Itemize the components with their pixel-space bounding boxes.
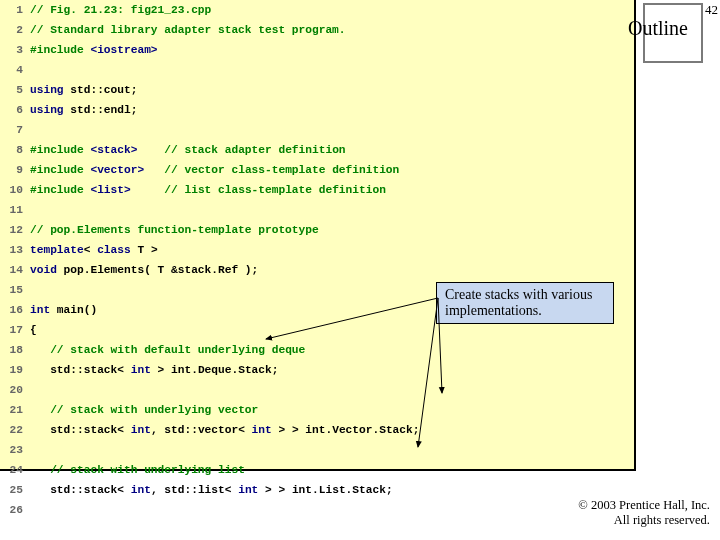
code-line: 26 <box>0 500 420 520</box>
code-text: using std::endl; <box>29 100 420 120</box>
page-number: 42 <box>705 2 718 18</box>
line-number: 9 <box>0 160 29 180</box>
code-line: 23 <box>0 440 420 460</box>
code-text <box>29 60 420 80</box>
code-text: void pop.Elements( T &stack.Ref ); <box>29 260 420 280</box>
code-line: 6using std::endl; <box>0 100 420 120</box>
code-text: template< class T > <box>29 240 420 260</box>
code-text <box>29 440 420 460</box>
code-line: 9#include <vector> // vector class-templ… <box>0 160 420 180</box>
code-text: #include <iostream> <box>29 40 420 60</box>
line-number: 21 <box>0 400 29 420</box>
line-number: 24 <box>0 460 29 480</box>
code-line: 4 <box>0 60 420 80</box>
code-line: 25 std::stack< int, std::list< int > > i… <box>0 480 420 500</box>
code-text: #include <vector> // vector class-templa… <box>29 160 420 180</box>
code-line: 11 <box>0 200 420 220</box>
line-number: 10 <box>0 180 29 200</box>
code-text: std::stack< int, std::vector< int > > in… <box>29 420 420 440</box>
line-number: 7 <box>0 120 29 140</box>
code-line: 24 // stack with underlying list <box>0 460 420 480</box>
code-text: { <box>29 320 420 340</box>
code-line: 10#include <list> // list class-template… <box>0 180 420 200</box>
code-text: // stack with underlying list <box>29 460 420 480</box>
code-line: 14void pop.Elements( T &stack.Ref ); <box>0 260 420 280</box>
code-line: 2// Standard library adapter stack test … <box>0 20 420 40</box>
code-text: // stack with underlying vector <box>29 400 420 420</box>
line-number: 14 <box>0 260 29 280</box>
line-number: 16 <box>0 300 29 320</box>
code-text: // Standard library adapter stack test p… <box>29 20 420 40</box>
line-number: 23 <box>0 440 29 460</box>
code-text <box>29 200 420 220</box>
code-text: using std::cout; <box>29 80 420 100</box>
code-text: std::stack< int, std::list< int > > int.… <box>29 480 420 500</box>
code-text: std::stack< int > int.Deque.Stack; <box>29 360 420 380</box>
callout-text: Create stacks with various implementatio… <box>445 287 592 318</box>
code-text: #include <stack> // stack adapter defini… <box>29 140 420 160</box>
code-line: 12// pop.Elements function-template prot… <box>0 220 420 240</box>
copyright-line1: © 2003 Prentice Hall, Inc. <box>578 498 710 512</box>
code-text: // stack with default underlying deque <box>29 340 420 360</box>
line-number: 6 <box>0 100 29 120</box>
line-number: 4 <box>0 60 29 80</box>
code-line: 18 // stack with default underlying dequ… <box>0 340 420 360</box>
code-line: 1// Fig. 21.23: fig21_23.cpp <box>0 0 420 20</box>
copyright: © 2003 Prentice Hall, Inc. All rights re… <box>578 498 710 528</box>
line-number: 17 <box>0 320 29 340</box>
code-text: #include <list> // list class-template d… <box>29 180 420 200</box>
line-number: 12 <box>0 220 29 240</box>
code-line: 3#include <iostream> <box>0 40 420 60</box>
line-number: 15 <box>0 280 29 300</box>
code-line: 16int main() <box>0 300 420 320</box>
code-line: 7 <box>0 120 420 140</box>
line-number: 25 <box>0 480 29 500</box>
code-listing: 1// Fig. 21.23: fig21_23.cpp2// Standard… <box>0 0 420 520</box>
svg-line-2 <box>418 298 438 447</box>
code-line: 17{ <box>0 320 420 340</box>
callout-stacks: Create stacks with various implementatio… <box>436 282 614 324</box>
code-text: // Fig. 21.23: fig21_23.cpp <box>29 0 420 20</box>
line-number: 5 <box>0 80 29 100</box>
line-number: 11 <box>0 200 29 220</box>
line-number: 19 <box>0 360 29 380</box>
code-line: 5using std::cout; <box>0 80 420 100</box>
outline-label: Outline <box>628 17 688 40</box>
line-number: 2 <box>0 20 29 40</box>
code-text <box>29 120 420 140</box>
code-text: int main() <box>29 300 420 320</box>
line-number: 22 <box>0 420 29 440</box>
copyright-line2: All rights reserved. <box>614 513 710 527</box>
line-number: 18 <box>0 340 29 360</box>
code-line: 15 <box>0 280 420 300</box>
code-slide: 1// Fig. 21.23: fig21_23.cpp2// Standard… <box>0 0 636 471</box>
line-number: 8 <box>0 140 29 160</box>
code-line: 8#include <stack> // stack adapter defin… <box>0 140 420 160</box>
code-text: // pop.Elements function-template protot… <box>29 220 420 240</box>
code-line: 19 std::stack< int > int.Deque.Stack; <box>0 360 420 380</box>
code-text <box>29 280 420 300</box>
line-number: 3 <box>0 40 29 60</box>
code-line: 21 // stack with underlying vector <box>0 400 420 420</box>
code-line: 20 <box>0 380 420 400</box>
code-line: 22 std::stack< int, std::vector< int > >… <box>0 420 420 440</box>
line-number: 26 <box>0 500 29 520</box>
line-number: 1 <box>0 0 29 20</box>
line-number: 13 <box>0 240 29 260</box>
code-line: 13template< class T > <box>0 240 420 260</box>
code-text <box>29 380 420 400</box>
line-number: 20 <box>0 380 29 400</box>
code-text <box>29 500 420 520</box>
